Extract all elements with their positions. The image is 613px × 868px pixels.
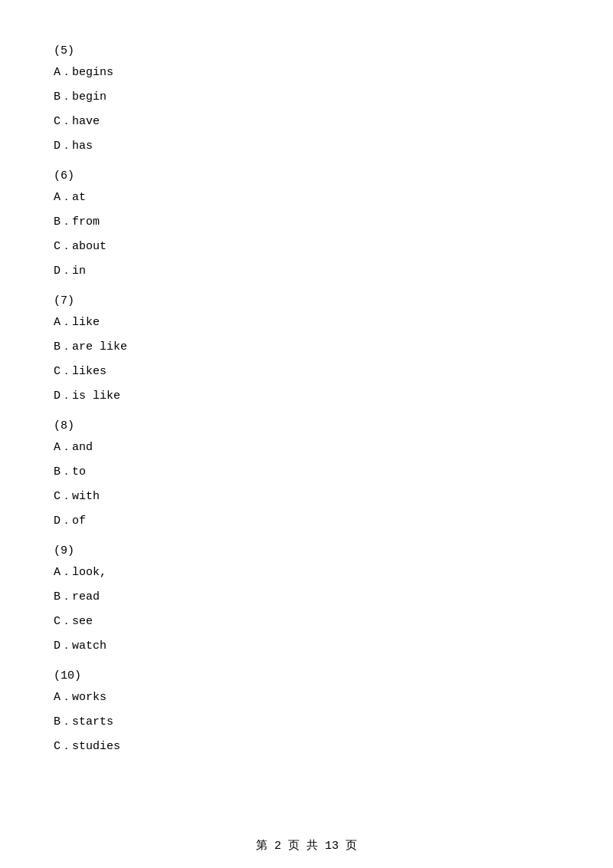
page-footer: 第 2 页 共 13 页 <box>0 838 613 853</box>
option-q5-0: A．begins <box>54 64 559 82</box>
option-q7-1: B．are like <box>54 338 559 357</box>
option-q6-3: D．in <box>54 262 559 281</box>
question-number-6: (6) <box>54 169 559 182</box>
question-number-10: (10) <box>54 669 559 682</box>
question-number-9: (9) <box>54 544 559 557</box>
page-content: (5)A．beginsB．beginC．haveD．has(6)A．atB．fr… <box>0 0 613 808</box>
option-q7-2: C．likes <box>54 363 559 381</box>
option-q10-2: C．studies <box>54 738 559 756</box>
question-number-5: (5) <box>54 44 559 58</box>
option-q6-1: B．from <box>54 213 559 232</box>
option-q9-1: B．read <box>54 588 559 607</box>
question-number-7: (7) <box>54 294 559 307</box>
option-q5-1: B．begin <box>54 88 559 107</box>
option-q10-0: A．works <box>54 689 559 707</box>
option-q8-3: D．of <box>54 512 559 531</box>
option-q7-3: D．is like <box>54 387 559 406</box>
footer-text: 第 2 页 共 13 页 <box>256 840 357 853</box>
option-q6-2: C．about <box>54 238 559 256</box>
question-number-8: (8) <box>54 419 559 432</box>
option-q5-3: D．has <box>54 137 559 156</box>
option-q10-1: B．starts <box>54 713 559 732</box>
option-q8-0: A．and <box>54 439 559 457</box>
option-q6-0: A．at <box>54 189 559 207</box>
option-q7-0: A．like <box>54 314 559 332</box>
option-q9-0: A．look, <box>54 564 559 582</box>
option-q8-2: C．with <box>54 488 559 506</box>
option-q8-1: B．to <box>54 463 559 482</box>
option-q5-2: C．have <box>54 113 559 131</box>
option-q9-3: D．watch <box>54 637 559 656</box>
option-q9-2: C．see <box>54 613 559 631</box>
